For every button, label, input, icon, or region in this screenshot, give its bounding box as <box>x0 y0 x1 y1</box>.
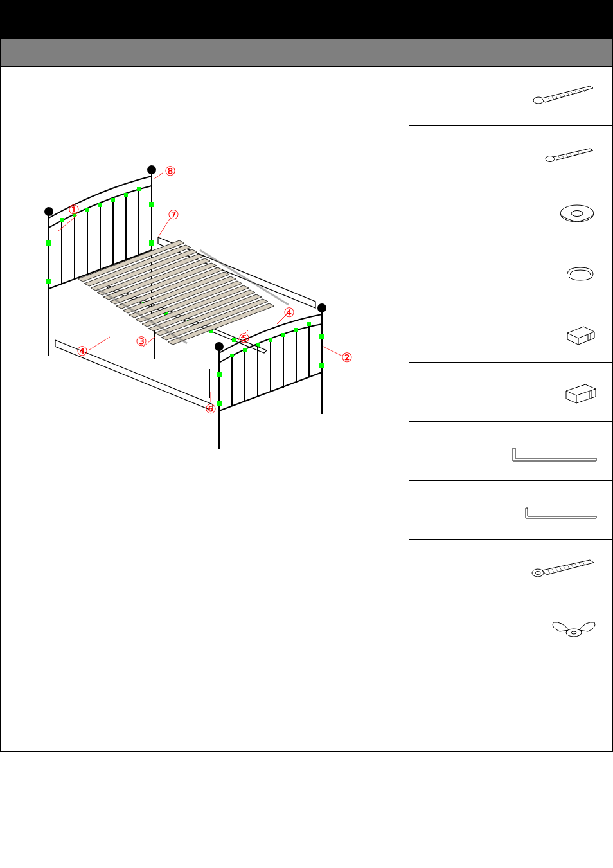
callout-4b: ④ <box>283 305 295 320</box>
body-row: ① ⑧ ⑦ ④ ④ ③ ⑤ ⑥ ② <box>1 67 612 751</box>
callout-3: ③ <box>136 334 147 349</box>
components-header <box>1 39 409 66</box>
part-row-bolt-long <box>409 67 612 126</box>
svg-rect-12 <box>46 279 51 284</box>
part-row-bolt-short <box>409 126 612 185</box>
callout-2: ② <box>341 350 353 365</box>
svg-rect-48 <box>232 338 236 342</box>
bolt-short-icon <box>542 146 600 165</box>
page-container: ① ⑧ ⑦ ④ ④ ③ ⑤ ⑥ ② <box>0 0 613 752</box>
part-row-flat-washer <box>409 185 612 244</box>
svg-rect-21 <box>137 187 141 191</box>
side-cap-icon <box>561 320 600 346</box>
svg-rect-41 <box>281 333 285 337</box>
callout-7: ⑦ <box>168 207 179 222</box>
svg-rect-14 <box>149 240 154 246</box>
callout-4a: ④ <box>76 343 88 359</box>
bed-svg <box>20 150 380 453</box>
callout-6: ⑥ <box>205 401 217 417</box>
title-bar <box>1 1 612 39</box>
svg-rect-17 <box>85 208 89 212</box>
components-panel: ① ⑧ ⑦ ④ ④ ③ ⑤ ⑥ ② <box>1 67 409 751</box>
part-row-allen-key-small <box>409 481 612 540</box>
svg-point-31 <box>215 343 223 350</box>
svg-rect-42 <box>294 328 298 332</box>
svg-rect-43 <box>307 322 311 326</box>
part-row-bolt-hex <box>409 540 612 599</box>
svg-point-90 <box>535 571 540 574</box>
svg-line-61 <box>323 347 342 356</box>
spring-washer-icon <box>561 262 600 285</box>
allen-key-small-icon <box>522 499 600 522</box>
svg-rect-11 <box>46 240 51 246</box>
svg-rect-37 <box>230 354 234 357</box>
fittings-blank-tail <box>409 658 612 751</box>
bed-exploded-diagram: ① ⑧ ⑦ ④ ④ ③ ⑤ ⑥ ② <box>20 150 380 453</box>
fittings-panel <box>409 67 612 751</box>
part-row-side-cap <box>409 303 612 363</box>
part-row-end-cap <box>409 363 612 422</box>
bolt-hex-icon <box>529 558 600 581</box>
part-row-wing-nut <box>409 599 612 658</box>
wing-nut-icon <box>548 616 600 642</box>
svg-point-9 <box>45 208 53 215</box>
part-row-spring-washer <box>409 244 612 303</box>
svg-rect-34 <box>217 401 222 406</box>
svg-line-56 <box>89 337 110 350</box>
svg-rect-40 <box>269 338 272 342</box>
svg-rect-35 <box>319 334 324 339</box>
svg-rect-13 <box>149 202 154 207</box>
fittings-header <box>409 39 612 66</box>
callout-1: ① <box>68 202 80 217</box>
svg-rect-15 <box>60 218 64 222</box>
flat-washer-icon <box>555 202 600 228</box>
svg-point-32 <box>318 304 326 312</box>
svg-point-82 <box>571 210 583 216</box>
svg-point-10 <box>148 166 155 174</box>
svg-rect-19 <box>111 198 115 202</box>
end-cap-icon <box>561 379 600 405</box>
callout-5: ⑤ <box>238 330 250 346</box>
bolt-long-icon <box>529 85 600 108</box>
svg-rect-36 <box>319 363 324 368</box>
header-row <box>1 39 612 67</box>
svg-line-54 <box>154 173 163 179</box>
svg-rect-38 <box>243 348 247 352</box>
svg-rect-33 <box>217 372 222 377</box>
svg-rect-20 <box>124 193 128 197</box>
svg-rect-18 <box>98 203 102 207</box>
callout-8: ⑧ <box>164 163 176 179</box>
part-row-allen-key-large <box>409 422 612 481</box>
svg-point-102 <box>571 631 576 634</box>
allen-key-large-icon <box>510 439 600 464</box>
